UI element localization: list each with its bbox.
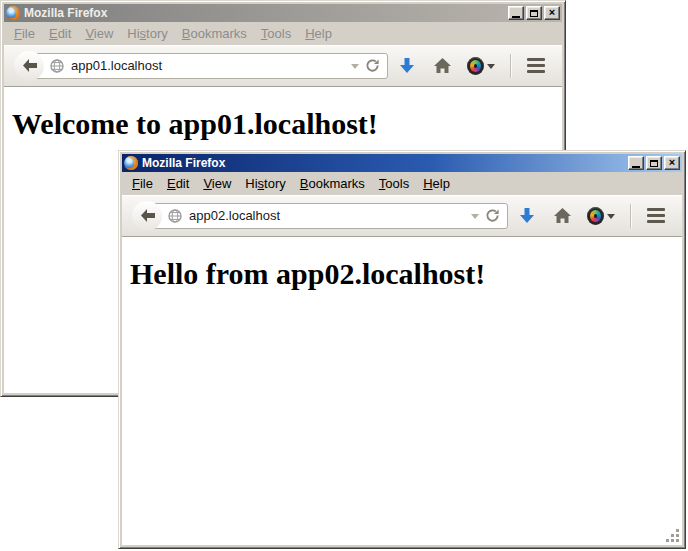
addon-button[interactable] — [461, 50, 501, 82]
menu-bookmarks[interactable]: Bookmarks — [293, 174, 372, 193]
urlbar-dropdown-icon[interactable] — [351, 64, 359, 73]
resize-grip-icon[interactable] — [666, 529, 680, 543]
home-icon — [554, 208, 571, 223]
menu-view[interactable]: View — [78, 24, 120, 43]
page-heading: Hello from app02.localhost! — [130, 257, 674, 291]
close-button[interactable]: × — [544, 6, 560, 20]
addon-icon — [467, 57, 484, 75]
minimize-button[interactable] — [508, 6, 524, 20]
addon-button[interactable] — [581, 200, 621, 232]
download-icon — [519, 207, 535, 224]
minimize-icon — [512, 16, 520, 18]
menu-tools[interactable]: Tools — [372, 174, 416, 193]
close-icon: × — [549, 7, 555, 18]
page-content: Hello from app02.localhost! — [122, 237, 682, 545]
back-button[interactable] — [132, 201, 162, 231]
close-icon: × — [669, 157, 675, 168]
firefox-icon — [6, 6, 20, 20]
menu-icon — [647, 208, 665, 223]
menu-edit[interactable]: Edit — [160, 174, 196, 193]
app-menu-button[interactable] — [520, 50, 552, 82]
nav-toolbar: app02.localhost — [122, 195, 682, 237]
toolbar-separator — [510, 54, 511, 78]
maximize-button[interactable] — [646, 156, 662, 170]
window-title: Mozilla Firefox — [24, 6, 107, 20]
urlbar-dropdown-icon[interactable] — [471, 214, 479, 223]
desktop: Mozilla Firefox × File Edit View History… — [0, 0, 688, 551]
download-button[interactable] — [511, 200, 543, 232]
addon-caret-icon — [607, 214, 615, 223]
firefox-icon — [124, 156, 138, 170]
url-bar[interactable]: app02.localhost — [147, 203, 508, 229]
page-heading: Welcome to app01.localhost! — [12, 107, 554, 141]
url-text: app02.localhost — [189, 208, 471, 223]
addon-icon — [587, 207, 604, 225]
minimize-button[interactable] — [628, 156, 644, 170]
maximize-icon — [530, 10, 538, 17]
menu-icon — [527, 58, 545, 73]
globe-icon — [50, 59, 64, 73]
back-icon — [140, 209, 155, 222]
maximize-icon — [650, 160, 658, 167]
maximize-button[interactable] — [526, 6, 542, 20]
home-button[interactable] — [546, 200, 578, 232]
reload-icon[interactable] — [485, 208, 500, 223]
addon-caret-icon — [487, 64, 495, 73]
window-controls: × — [628, 156, 680, 170]
download-icon — [399, 57, 415, 74]
menu-history[interactable]: History — [238, 174, 292, 193]
minimize-icon — [632, 166, 640, 168]
menu-help[interactable]: Help — [298, 24, 339, 43]
home-icon — [434, 58, 451, 73]
download-button[interactable] — [391, 50, 423, 82]
menu-bar: File Edit View History Bookmarks Tools H… — [122, 172, 682, 195]
close-button[interactable]: × — [664, 156, 680, 170]
toolbar-separator — [630, 204, 631, 228]
menu-file[interactable]: File — [7, 24, 42, 43]
menu-edit[interactable]: Edit — [42, 24, 78, 43]
firefox-window-app02: Mozilla Firefox × File Edit View History… — [118, 150, 686, 549]
menu-view[interactable]: View — [196, 174, 238, 193]
window-title: Mozilla Firefox — [142, 156, 225, 170]
titlebar[interactable]: Mozilla Firefox × — [4, 4, 562, 22]
menu-help[interactable]: Help — [416, 174, 457, 193]
menu-history[interactable]: History — [120, 24, 174, 43]
globe-icon — [168, 209, 182, 223]
home-button[interactable] — [426, 50, 458, 82]
window-controls: × — [508, 6, 560, 20]
menu-file[interactable]: File — [125, 174, 160, 193]
nav-toolbar: app01.localhost — [4, 45, 562, 87]
url-text: app01.localhost — [71, 58, 351, 73]
back-button[interactable] — [14, 51, 44, 81]
url-bar[interactable]: app01.localhost — [29, 53, 388, 79]
menu-bar: File Edit View History Bookmarks Tools H… — [4, 22, 562, 45]
menu-tools[interactable]: Tools — [254, 24, 298, 43]
reload-icon[interactable] — [365, 58, 380, 73]
titlebar[interactable]: Mozilla Firefox × — [122, 154, 682, 172]
app-menu-button[interactable] — [640, 200, 672, 232]
back-icon — [22, 59, 37, 72]
menu-bookmarks[interactable]: Bookmarks — [175, 24, 254, 43]
